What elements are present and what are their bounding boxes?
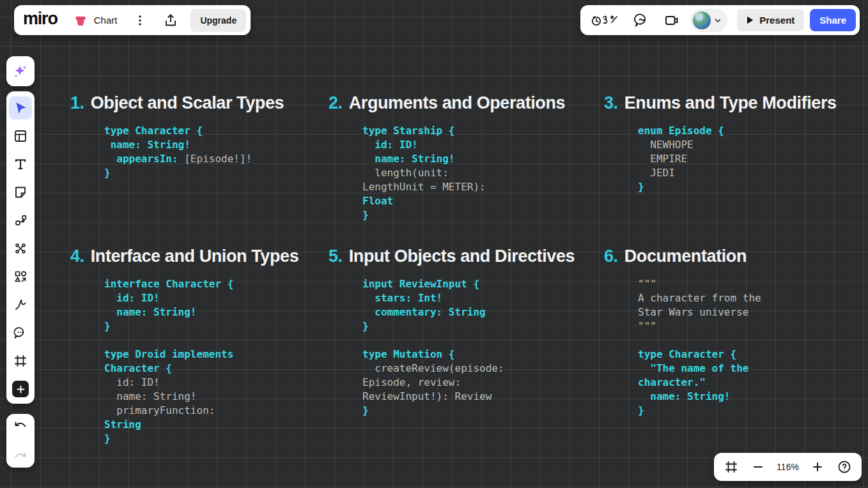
code-line: primaryFunction: xyxy=(104,404,329,418)
redo-icon xyxy=(13,448,28,463)
comment-icon xyxy=(13,325,28,340)
code-block: interface Character { id: ID! name: Stri… xyxy=(104,277,329,333)
shapes-tool[interactable] xyxy=(9,265,32,288)
code-line: type Starship { xyxy=(362,124,587,138)
code-line: } xyxy=(638,404,868,418)
code-block: type Character { name: String! appearsIn… xyxy=(104,124,329,180)
code-line: """ xyxy=(638,319,868,333)
sticky-note-icon xyxy=(13,185,28,200)
board-canvas[interactable]: 1.Object and Scalar Types type Character… xyxy=(0,0,868,488)
section-input-objects-and-directives[interactable]: 5.Input Objects and Directives input Rev… xyxy=(329,243,587,418)
code-line: interface Character { xyxy=(104,277,329,291)
section-number: 4. xyxy=(70,247,84,266)
board-header-left: miro Chart Upgrade xyxy=(14,5,251,35)
reactions-icon[interactable] xyxy=(591,11,621,29)
share-button[interactable]: Share xyxy=(810,9,856,31)
code-line: NEWHOPE xyxy=(638,138,868,152)
history-panel xyxy=(6,414,35,468)
code-line: } xyxy=(362,404,587,418)
code-line: id: ID! xyxy=(362,138,587,152)
code-line: stars: Int! xyxy=(362,291,587,305)
section-number: 5. xyxy=(329,247,343,266)
code-line: A character from the xyxy=(638,291,868,305)
miro-logo[interactable]: miro xyxy=(23,10,58,30)
question-icon xyxy=(837,459,852,475)
code-line: name: String! xyxy=(104,138,329,152)
board-menu-icon[interactable] xyxy=(132,11,148,29)
sticky-note-tool[interactable] xyxy=(9,181,32,204)
section-title: Arguments and Operations xyxy=(349,93,565,112)
zoom-level[interactable]: 116% xyxy=(777,462,799,472)
code-line: } xyxy=(104,166,329,180)
zoom-out-button[interactable] xyxy=(752,461,764,473)
code-line: name: String! xyxy=(104,305,329,319)
code-line: name: String! xyxy=(104,390,329,404)
code-block: type Mutation { createReview(episode:Epi… xyxy=(362,347,587,418)
code-line: Character { xyxy=(104,362,329,376)
code-line: """ xyxy=(638,277,868,291)
plus-icon xyxy=(17,385,25,393)
text-tool[interactable] xyxy=(9,153,32,176)
frame-icon xyxy=(13,353,28,369)
pen-tool[interactable] xyxy=(9,293,32,316)
mind-map-icon xyxy=(13,241,28,256)
comment-tool[interactable] xyxy=(9,321,32,344)
code-block: """A character from theStar Wars univers… xyxy=(638,277,868,333)
code-block: type Droid implementsCharacter { id: ID!… xyxy=(104,347,329,446)
code-area: type Character { name: String! appearsIn… xyxy=(104,124,329,180)
select-tool[interactable] xyxy=(9,96,32,119)
code-area: type Starship { id: ID! name: String! le… xyxy=(362,124,587,222)
code-line: EMPIRE xyxy=(638,152,868,166)
board-header-right: Present Share xyxy=(580,5,860,35)
more-tools-button[interactable] xyxy=(9,377,32,400)
code-line: commentary: String xyxy=(362,305,587,319)
text-icon xyxy=(13,156,28,172)
code-line: id: ID! xyxy=(104,291,329,305)
code-line: type Character { xyxy=(104,124,329,138)
section-title: Enums and Type Modifiers xyxy=(624,93,837,112)
ai-sparkles-icon[interactable] xyxy=(9,60,32,83)
section-heading: 4.Interface and Union Types xyxy=(70,243,329,269)
code-line: } xyxy=(638,180,868,194)
section-heading: 3.Enums and Type Modifiers xyxy=(604,90,868,116)
code-line: type Droid implements xyxy=(104,347,329,362)
code-line: appearsIn: [Episode!]! xyxy=(104,152,329,166)
chat-icon[interactable] xyxy=(633,12,650,29)
section-title: Object and Scalar Types xyxy=(91,93,284,112)
frame-tool[interactable] xyxy=(9,349,32,372)
code-line: "The name of the xyxy=(638,362,868,376)
board-title[interactable]: Chart xyxy=(94,15,118,26)
account-menu[interactable] xyxy=(690,9,727,32)
help-button[interactable] xyxy=(837,459,852,475)
zoom-in-button[interactable] xyxy=(812,461,823,473)
code-area: interface Character { id: ID! name: Stri… xyxy=(104,277,329,446)
undo-button[interactable] xyxy=(9,415,32,438)
section-arguments-and-operations[interactable]: 2.Arguments and Operations type Starship… xyxy=(329,90,587,222)
code-line: Episode, review: xyxy=(362,376,587,390)
templates-tool[interactable] xyxy=(9,125,32,148)
export-icon[interactable] xyxy=(160,11,181,30)
code-line: Star Wars universe xyxy=(638,305,868,319)
section-object-and-scalar-types[interactable]: 1.Object and Scalar Types type Character… xyxy=(70,90,329,180)
section-heading: 1.Object and Scalar Types xyxy=(70,90,329,116)
code-line: name: String! xyxy=(638,390,868,404)
section-heading: 2.Arguments and Operations xyxy=(329,90,587,116)
code-line: length(unit: xyxy=(362,166,587,180)
upgrade-button[interactable]: Upgrade xyxy=(190,9,246,32)
section-documentation[interactable]: 6.Documentation """A character from theS… xyxy=(604,243,868,418)
section-enums-and-type-modifiers[interactable]: 3.Enums and Type Modifiers enum Episode … xyxy=(604,90,868,194)
creation-toolbar xyxy=(6,91,35,404)
present-button[interactable]: Present xyxy=(737,9,804,31)
avatar[interactable] xyxy=(693,11,711,29)
code-area: """A character from theStar Wars univers… xyxy=(638,277,868,418)
undo-icon xyxy=(13,418,28,434)
video-icon[interactable] xyxy=(663,12,680,29)
plus-icon xyxy=(812,461,823,473)
connector-icon xyxy=(13,213,28,228)
redo-button[interactable] xyxy=(9,444,32,467)
connection-line-tool[interactable] xyxy=(9,209,32,232)
section-interface-and-union-types[interactable]: 4.Interface and Union Types interface Ch… xyxy=(70,243,329,446)
mind-map-tool[interactable] xyxy=(9,237,32,260)
section-number: 3. xyxy=(604,93,618,112)
fit-to-screen-button[interactable] xyxy=(724,459,739,475)
